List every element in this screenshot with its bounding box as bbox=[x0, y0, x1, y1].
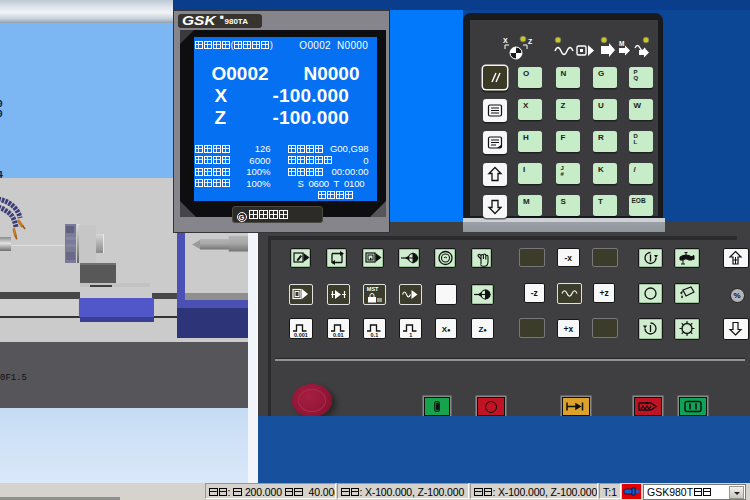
svg-text:M: M bbox=[619, 40, 624, 47]
svg-text:Z: Z bbox=[528, 38, 533, 45]
svg-text:X: X bbox=[503, 37, 508, 44]
